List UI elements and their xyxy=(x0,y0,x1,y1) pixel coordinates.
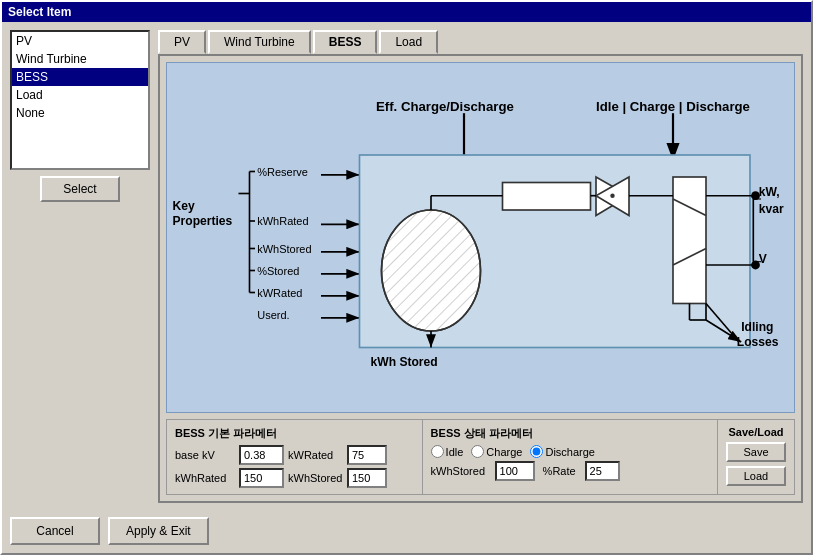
svg-text:kvar: kvar xyxy=(759,202,784,216)
svg-point-31 xyxy=(610,194,614,198)
svg-point-27 xyxy=(382,210,481,331)
radio-group: Idle Charge Discharge xyxy=(431,445,709,458)
save-button[interactable]: Save xyxy=(726,442,786,462)
pct-rate-label: %Rate xyxy=(539,465,581,477)
cancel-button[interactable]: Cancel xyxy=(10,517,100,545)
charge-radio-label[interactable]: Charge xyxy=(471,445,522,458)
state-fields-row: kWhStored %Rate xyxy=(431,461,709,481)
idle-radio[interactable] xyxy=(431,445,444,458)
kwh-stored-label: kWhStored xyxy=(288,472,343,484)
svg-rect-32 xyxy=(673,177,706,304)
svg-text:Idle | Charge | Discharge: Idle | Charge | Discharge xyxy=(596,99,750,114)
kw-rated-input[interactable] xyxy=(347,445,387,465)
window-title: Select Item xyxy=(8,5,71,19)
discharge-radio[interactable] xyxy=(530,445,543,458)
tab-content: Eff. Charge/Discharge Idle | Charge | Di… xyxy=(158,54,803,503)
svg-text:V: V xyxy=(759,252,767,266)
list-item[interactable]: Wind Turbine xyxy=(12,50,148,68)
save-load-section: Save/Load Save Load xyxy=(718,420,794,494)
title-bar: Select Item xyxy=(2,2,811,22)
svg-text:Eff. Charge/Discharge: Eff. Charge/Discharge xyxy=(376,99,514,114)
right-panel: PVWind TurbineBESSLoad Eff. Charge/Disch… xyxy=(158,30,803,503)
params-section: BESS 기본 파라메터 base kV kWRated kWhRated xyxy=(166,419,795,495)
item-list[interactable]: PVWind TurbineBESSLoadNone xyxy=(10,30,150,170)
pct-rate-input[interactable] xyxy=(585,461,620,481)
svg-text:Idling: Idling xyxy=(741,320,773,334)
tab-pv[interactable]: PV xyxy=(158,30,206,54)
tab-wind-turbine[interactable]: Wind Turbine xyxy=(208,30,311,54)
discharge-radio-label[interactable]: Discharge xyxy=(530,445,595,458)
kwh-rated-input[interactable] xyxy=(239,468,284,488)
save-load-title: Save/Load xyxy=(728,426,783,438)
svg-text:Properties: Properties xyxy=(173,214,233,228)
base-params-title: BESS 기본 파라메터 xyxy=(175,426,414,441)
state-params-title: BESS 상태 파라메터 xyxy=(431,426,709,441)
svg-text:Losses: Losses xyxy=(737,335,779,349)
svg-text:kWh Stored: kWh Stored xyxy=(371,355,438,369)
svg-text:kWhStored: kWhStored xyxy=(257,243,311,255)
apply-exit-button[interactable]: Apply & Exit xyxy=(108,517,209,545)
svg-text:Userd.: Userd. xyxy=(257,309,289,321)
kwh-rated-label: kWhRated xyxy=(175,472,235,484)
svg-rect-28 xyxy=(503,183,591,211)
state-params-section: BESS 상태 파라메터 Idle Charge Disch xyxy=(423,420,718,494)
kwh-stored-state-input[interactable] xyxy=(495,461,535,481)
idle-radio-label[interactable]: Idle xyxy=(431,445,464,458)
svg-text:%Stored: %Stored xyxy=(257,265,299,277)
bess-diagram: Eff. Charge/Discharge Idle | Charge | Di… xyxy=(167,63,794,412)
tab-load[interactable]: Load xyxy=(379,30,438,54)
main-window: Select Item PVWind TurbineBESSLoadNone S… xyxy=(0,0,813,555)
tab-bess[interactable]: BESS xyxy=(313,30,378,54)
bottom-buttons: Cancel Apply & Exit xyxy=(2,511,811,553)
base-kv-input[interactable] xyxy=(239,445,284,465)
list-item[interactable]: PV xyxy=(12,32,148,50)
list-item[interactable]: BESS xyxy=(12,68,148,86)
diagram-area: Eff. Charge/Discharge Idle | Charge | Di… xyxy=(166,62,795,413)
kwh-rated-row: kWhRated kWhStored xyxy=(175,468,414,488)
svg-text:kWRated: kWRated xyxy=(257,287,302,299)
kw-rated-label: kWRated xyxy=(288,449,343,461)
load-button[interactable]: Load xyxy=(726,466,786,486)
left-panel: PVWind TurbineBESSLoadNone Select xyxy=(10,30,150,503)
base-kv-row: base kV kWRated xyxy=(175,445,414,465)
svg-text:kW,: kW, xyxy=(759,185,780,199)
kwh-stored-state-label: kWhStored xyxy=(431,465,491,477)
svg-text:kWhRated: kWhRated xyxy=(257,215,308,227)
list-item[interactable]: Load xyxy=(12,86,148,104)
select-button[interactable]: Select xyxy=(40,176,120,202)
base-kv-label: base kV xyxy=(175,449,235,461)
svg-text:Key: Key xyxy=(173,199,195,213)
svg-text:%Reserve: %Reserve xyxy=(257,166,308,178)
tab-bar: PVWind TurbineBESSLoad xyxy=(158,30,803,54)
base-params-section: BESS 기본 파라메터 base kV kWRated kWhRated xyxy=(167,420,423,494)
charge-radio[interactable] xyxy=(471,445,484,458)
kwh-stored-input[interactable] xyxy=(347,468,387,488)
list-item[interactable]: None xyxy=(12,104,148,122)
